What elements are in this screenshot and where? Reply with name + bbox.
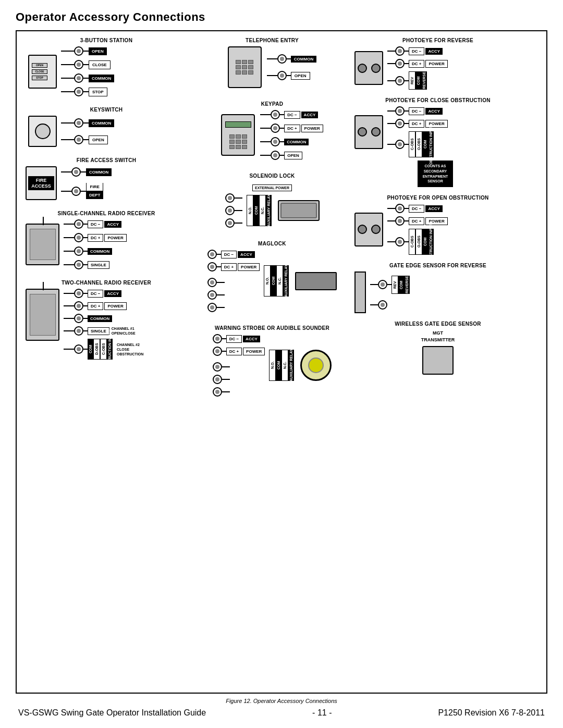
wireless-subtitle: MGTTRANSMITTER	[421, 330, 455, 343]
terminal-inner	[381, 282, 385, 287]
terminal-inner	[210, 252, 214, 256]
lens-right	[371, 64, 381, 73]
pe-reverse-title: PHOTOEYE FOR REVERSE	[402, 38, 473, 43]
sol-nc: N.C.	[259, 195, 266, 226]
rev-label: REV	[409, 71, 415, 90]
wire	[387, 110, 395, 112]
strobe-section: WARNING STROBE OR AUDIBLE SOUNDER DC − A…	[194, 325, 350, 397]
terminal-inner	[398, 121, 402, 126]
column-1: 3-BUTTON STATION OPEN CLOSE	[23, 38, 190, 404]
label-power: POWER	[104, 302, 126, 310]
label-dcplus: DC +	[284, 125, 300, 132]
ext-power-label: EXTERNAL POWER	[252, 184, 292, 191]
btn-station-title: 3-BUTTON STATION	[80, 38, 132, 43]
wire	[61, 171, 71, 172]
terminal-inner	[215, 365, 219, 369]
kp-wire-common: COMMON	[260, 137, 323, 146]
label-dcplus: DC +	[221, 263, 237, 271]
terminal-inner	[77, 291, 81, 295]
telephone-title: TELEPHONE ENTRY	[246, 38, 299, 43]
label-dcplus: DC +	[226, 348, 242, 355]
gate-edge-wires: REV COM REVERSE	[370, 276, 410, 310]
gate-edge-reverse-section: GATE EDGE SENSOR FOR REVERSE REV COM	[354, 263, 521, 313]
ks-wire-open: OPEN	[61, 135, 114, 144]
terminal-inner	[77, 316, 81, 320]
label-dcminus: DC −	[409, 47, 424, 55]
maglock-terminals: DC − ACCY DC + POWER	[207, 250, 260, 312]
terminal	[395, 59, 405, 68]
wire	[61, 64, 74, 65]
wire	[83, 51, 89, 52]
com-label: COM	[422, 131, 428, 157]
terminal	[378, 300, 387, 310]
sr-wire-dcminus: DC − ACCY	[64, 219, 127, 229]
key	[236, 140, 241, 144]
terminal	[395, 46, 405, 56]
btn-station-device: OPEN CLOSE STOP	[28, 55, 57, 89]
fire-wires: COMMON FIRE DEPT	[61, 167, 112, 199]
terminal	[225, 218, 235, 228]
wire	[83, 330, 88, 331]
key	[236, 70, 241, 75]
terminal	[74, 260, 83, 269]
terminal	[395, 106, 405, 116]
terminal-inner	[77, 347, 81, 351]
label-accy: ACCY	[425, 48, 443, 55]
counts-as-box: COUNTS ASSECONDARYENTRAPMENTSENSOR	[418, 161, 454, 187]
label-dcminus: DC −	[284, 111, 300, 119]
wire	[83, 237, 88, 238]
key	[229, 140, 235, 144]
page-title: Operator Accessory Connections	[16, 10, 547, 24]
wire	[81, 191, 86, 192]
label-dcplus: DC +	[409, 60, 424, 68]
fire-label-dept: DEPT	[86, 191, 103, 199]
solenoid-device-wrap	[278, 200, 320, 221]
pec-wire-obs: C-OBS O-OBS COM OBSTRUCTION INPUTS	[387, 131, 448, 157]
lens-right	[371, 127, 381, 137]
stop-btn: STOP	[32, 76, 47, 80]
maglock-device	[295, 272, 337, 290]
strobe-terminals: DC − ACCY DC + POWER	[213, 334, 265, 397]
terminal-inner	[77, 304, 81, 308]
strobe-com: COM	[276, 350, 282, 381]
terminal-close	[74, 60, 83, 69]
gate-edge-rev-title: GATE EDGE SENSOR FOR REVERSE	[389, 263, 486, 268]
oobs-label: O-OBS	[415, 131, 422, 157]
terminal-inner	[273, 126, 277, 130]
terminal-inner	[210, 305, 214, 310]
wire	[370, 304, 378, 305]
wire	[235, 198, 242, 199]
photoeye-open-section: PHOTOEYE FOR OPEN OBSTRUCTION	[354, 195, 521, 255]
wire	[267, 75, 277, 76]
terminal	[277, 54, 287, 64]
ks-wire-common: COMMON	[61, 118, 114, 128]
two-radio-section: TWO-CHANNEL RADIO RECEIVER	[23, 280, 190, 360]
kp-wire-dcminus: DC − ACCY	[260, 110, 323, 119]
label-accy: ACCY	[243, 336, 260, 342]
fire-label-fire: FIRE	[86, 183, 103, 191]
terminal	[74, 246, 83, 256]
wireless-gate-edge-section: WIRELESS GATE EDGE SENSOR MGTTRANSMITTER	[354, 321, 521, 375]
terminal	[74, 344, 83, 354]
label-power: POWER	[104, 234, 126, 242]
wire	[387, 144, 395, 145]
wire	[64, 318, 74, 319]
terminal-inner	[398, 61, 402, 66]
btn-close: CLOSE	[32, 69, 53, 74]
wire	[405, 208, 409, 209]
solenoid-section: SOLENOID LOCK EXTERNAL POWER	[194, 173, 350, 228]
pe-open-lenses	[358, 225, 381, 234]
wire	[387, 63, 395, 64]
wire	[64, 264, 74, 265]
com-label: COM	[415, 71, 421, 90]
wire-open: OPEN	[61, 46, 114, 56]
sol-aux-relay: AUXILIARY RELAY	[266, 195, 272, 226]
label-single: SINGLE	[88, 261, 109, 269]
mag-wire-2	[207, 290, 260, 300]
single-radio-wires: DC − ACCY DC + POWER	[64, 219, 127, 269]
terminal-inner	[273, 140, 277, 144]
com-label: COM	[422, 229, 428, 255]
oobs-label: O-OBS	[415, 229, 422, 255]
sr-wire-dcplus: DC + POWER	[64, 233, 127, 242]
terminal-inner	[228, 196, 232, 200]
